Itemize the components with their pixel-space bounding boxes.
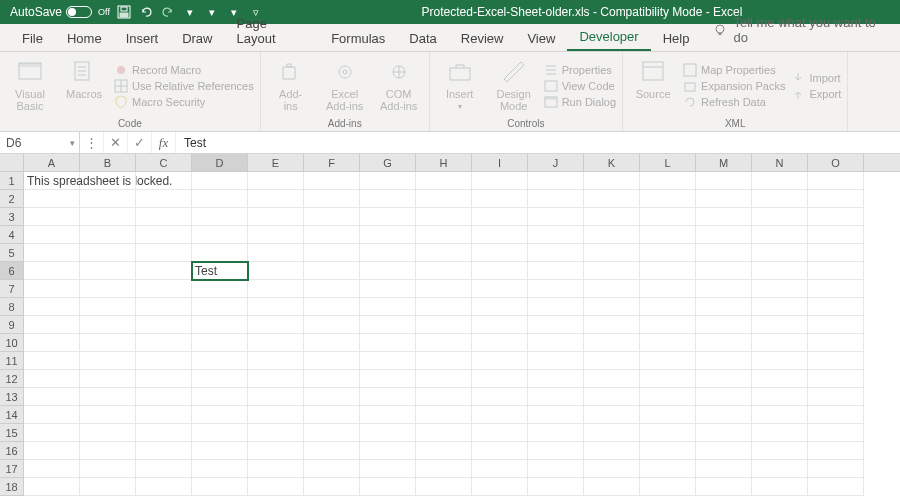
- cell-D1[interactable]: [192, 172, 248, 190]
- cell-C7[interactable]: [136, 280, 192, 298]
- cell-J17[interactable]: [528, 460, 584, 478]
- cell-H13[interactable]: [416, 388, 472, 406]
- cell-C17[interactable]: [136, 460, 192, 478]
- cell-B11[interactable]: [80, 352, 136, 370]
- cell-N12[interactable]: [752, 370, 808, 388]
- cell-B9[interactable]: [80, 316, 136, 334]
- cell-L7[interactable]: [640, 280, 696, 298]
- col-head-E[interactable]: E: [248, 154, 304, 171]
- macros-button[interactable]: Macros: [60, 56, 108, 116]
- cell-M14[interactable]: [696, 406, 752, 424]
- cell-H7[interactable]: [416, 280, 472, 298]
- cell-B7[interactable]: [80, 280, 136, 298]
- cell-F16[interactable]: [304, 442, 360, 460]
- cell-M5[interactable]: [696, 244, 752, 262]
- cell-O9[interactable]: [808, 316, 864, 334]
- cell-C14[interactable]: [136, 406, 192, 424]
- insert-button[interactable]: Insert ▾: [436, 56, 484, 116]
- cell-G13[interactable]: [360, 388, 416, 406]
- cell-L15[interactable]: [640, 424, 696, 442]
- cancel-icon[interactable]: ✕: [104, 132, 128, 153]
- cell-D2[interactable]: [192, 190, 248, 208]
- cell-C4[interactable]: [136, 226, 192, 244]
- cell-E8[interactable]: [248, 298, 304, 316]
- cell-J11[interactable]: [528, 352, 584, 370]
- cell-M6[interactable]: [696, 262, 752, 280]
- cell-A13[interactable]: [24, 388, 80, 406]
- row-head-10[interactable]: 10: [0, 334, 24, 352]
- cell-B4[interactable]: [80, 226, 136, 244]
- col-head-I[interactable]: I: [472, 154, 528, 171]
- cell-I9[interactable]: [472, 316, 528, 334]
- cell-L13[interactable]: [640, 388, 696, 406]
- cell-B15[interactable]: [80, 424, 136, 442]
- cell-H17[interactable]: [416, 460, 472, 478]
- save-icon[interactable]: [116, 4, 132, 20]
- cell-O11[interactable]: [808, 352, 864, 370]
- cell-K15[interactable]: [584, 424, 640, 442]
- cell-A4[interactable]: [24, 226, 80, 244]
- map-properties-button[interactable]: Map Properties: [683, 63, 785, 77]
- cell-F5[interactable]: [304, 244, 360, 262]
- cell-B3[interactable]: [80, 208, 136, 226]
- cell-E13[interactable]: [248, 388, 304, 406]
- cell-I15[interactable]: [472, 424, 528, 442]
- cell-D3[interactable]: [192, 208, 248, 226]
- cell-K14[interactable]: [584, 406, 640, 424]
- cell-C15[interactable]: [136, 424, 192, 442]
- cell-J9[interactable]: [528, 316, 584, 334]
- qat-icon-2[interactable]: ▾: [204, 4, 220, 20]
- cell-O4[interactable]: [808, 226, 864, 244]
- cell-A8[interactable]: [24, 298, 80, 316]
- cell-H4[interactable]: [416, 226, 472, 244]
- cell-K17[interactable]: [584, 460, 640, 478]
- cell-C2[interactable]: [136, 190, 192, 208]
- row-head-9[interactable]: 9: [0, 316, 24, 334]
- cell-H12[interactable]: [416, 370, 472, 388]
- cell-L11[interactable]: [640, 352, 696, 370]
- cell-I3[interactable]: [472, 208, 528, 226]
- cell-I18[interactable]: [472, 478, 528, 496]
- cell-F4[interactable]: [304, 226, 360, 244]
- col-head-G[interactable]: G: [360, 154, 416, 171]
- cell-D6[interactable]: Test: [192, 262, 248, 280]
- col-head-B[interactable]: B: [80, 154, 136, 171]
- cell-C13[interactable]: [136, 388, 192, 406]
- cell-B1[interactable]: [80, 172, 136, 190]
- tab-file[interactable]: File: [10, 25, 55, 51]
- col-head-O[interactable]: O: [808, 154, 864, 171]
- refresh-data-button[interactable]: Refresh Data: [683, 95, 785, 109]
- formula-input[interactable]: Test: [176, 132, 900, 153]
- cell-K5[interactable]: [584, 244, 640, 262]
- cell-I16[interactable]: [472, 442, 528, 460]
- cell-A14[interactable]: [24, 406, 80, 424]
- cell-M11[interactable]: [696, 352, 752, 370]
- cell-O18[interactable]: [808, 478, 864, 496]
- cell-N11[interactable]: [752, 352, 808, 370]
- cell-O6[interactable]: [808, 262, 864, 280]
- row-head-13[interactable]: 13: [0, 388, 24, 406]
- cell-D4[interactable]: [192, 226, 248, 244]
- row-head-8[interactable]: 8: [0, 298, 24, 316]
- cell-A3[interactable]: [24, 208, 80, 226]
- cell-G15[interactable]: [360, 424, 416, 442]
- cell-E1[interactable]: [248, 172, 304, 190]
- cell-H3[interactable]: [416, 208, 472, 226]
- cell-E5[interactable]: [248, 244, 304, 262]
- cell-M17[interactable]: [696, 460, 752, 478]
- cell-I13[interactable]: [472, 388, 528, 406]
- formula-more-icon[interactable]: ⋮: [80, 132, 104, 153]
- fx-label[interactable]: fx: [152, 132, 176, 153]
- cell-M9[interactable]: [696, 316, 752, 334]
- cell-H18[interactable]: [416, 478, 472, 496]
- source-button[interactable]: Source: [629, 56, 677, 116]
- cell-C16[interactable]: [136, 442, 192, 460]
- import-button[interactable]: Import: [791, 71, 841, 85]
- cell-K11[interactable]: [584, 352, 640, 370]
- cell-J12[interactable]: [528, 370, 584, 388]
- cell-I2[interactable]: [472, 190, 528, 208]
- cell-D11[interactable]: [192, 352, 248, 370]
- cell-L16[interactable]: [640, 442, 696, 460]
- expansion-packs-button[interactable]: Expansion Packs: [683, 79, 785, 93]
- cell-A12[interactable]: [24, 370, 80, 388]
